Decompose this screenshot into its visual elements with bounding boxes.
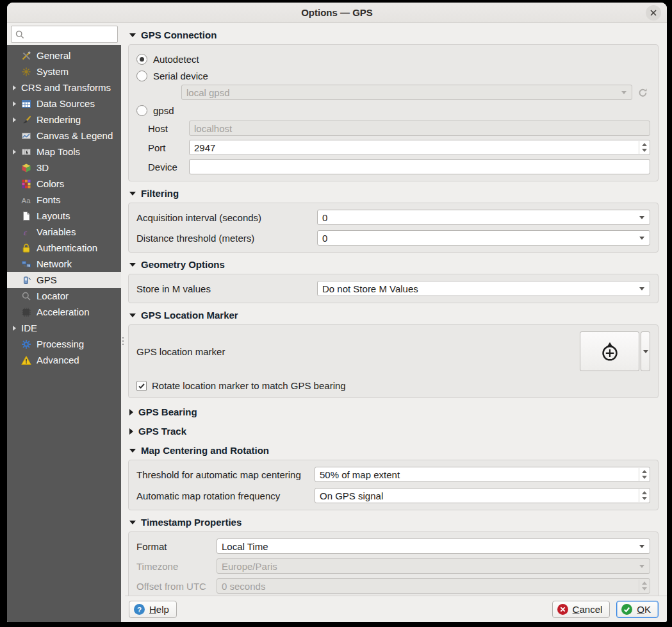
spin-down-icon bbox=[642, 149, 647, 152]
marker-symbol-dropdown-button[interactable] bbox=[641, 331, 650, 371]
acquisition-interval-combo[interactable] bbox=[317, 210, 650, 225]
sidebar-item-locator[interactable]: Locator bbox=[7, 288, 121, 304]
svg-text:ε: ε bbox=[24, 227, 28, 237]
sidebar-item-system[interactable]: System bbox=[7, 63, 121, 79]
sidebar-item-general[interactable]: General bbox=[7, 47, 121, 63]
radio-serial-device[interactable]: Serial device bbox=[136, 68, 650, 83]
sidebar-item-label: Fonts bbox=[37, 194, 61, 205]
marker-symbol-button[interactable] bbox=[580, 331, 639, 371]
timezone-label: Timezone bbox=[136, 561, 210, 572]
sidebar-item-layouts[interactable]: Layouts bbox=[7, 208, 121, 224]
radio-autodetect[interactable]: Autodetect bbox=[136, 51, 650, 67]
radio-selected-icon bbox=[136, 54, 147, 65]
device-field[interactable] bbox=[189, 159, 650, 174]
ok-button[interactable]: OK bbox=[616, 601, 659, 618]
sidebar-item-3d[interactable]: 3D bbox=[7, 160, 121, 176]
sidebar-item-rendering[interactable]: Rendering bbox=[7, 112, 121, 128]
section-header-geometry-options[interactable]: Geometry Options bbox=[129, 259, 659, 270]
host-field[interactable] bbox=[189, 121, 650, 136]
expand-triangle-icon[interactable] bbox=[7, 85, 21, 90]
store-m-values-combo[interactable] bbox=[317, 281, 650, 296]
sidebar-item-data-sources[interactable]: Data Sources bbox=[7, 96, 121, 112]
section-title-map-centering: Map Centering and Rotation bbox=[141, 445, 269, 456]
sidebar-item-map-tools[interactable]: Map Tools bbox=[7, 144, 121, 160]
section-header-gps-connection[interactable]: GPS Connection bbox=[129, 29, 659, 40]
sidebar-item-authentication[interactable]: Authentication bbox=[7, 240, 121, 256]
expand-triangle-icon[interactable] bbox=[7, 101, 21, 106]
acquisition-interval-input[interactable] bbox=[318, 210, 650, 224]
gps-marker-symbol-icon bbox=[596, 338, 623, 365]
timezone-input[interactable] bbox=[217, 559, 650, 573]
device-input[interactable] bbox=[190, 160, 650, 174]
format-label: Format bbox=[136, 541, 210, 552]
sidebar-item-acceleration[interactable]: Acceleration bbox=[7, 304, 121, 320]
sidebar-item-network[interactable]: Network bbox=[7, 256, 121, 272]
serial-device-combo[interactable] bbox=[181, 85, 632, 100]
sidebar-item-fonts[interactable]: AaFonts bbox=[7, 192, 121, 208]
store-m-values-input[interactable] bbox=[318, 281, 650, 296]
sidebar-item-gps[interactable]: GPS bbox=[7, 272, 121, 288]
spin-up-icon bbox=[642, 470, 647, 473]
refresh-button[interactable] bbox=[635, 85, 650, 100]
options-dialog: Options — GPS GeneralSystemCRS and Trans… bbox=[7, 3, 667, 622]
data-sources-icon bbox=[21, 99, 31, 109]
section-header-gps-bearing[interactable]: GPS Bearing bbox=[129, 406, 659, 417]
radio-gpsd[interactable]: gpsd bbox=[136, 103, 650, 118]
expand-triangle-icon[interactable] bbox=[7, 149, 21, 155]
offset-utc-input[interactable] bbox=[217, 579, 650, 593]
section-title-gps-connection: GPS Connection bbox=[141, 29, 217, 40]
section-header-gps-track[interactable]: GPS Track bbox=[129, 426, 659, 437]
section-header-filtering[interactable]: Filtering bbox=[129, 188, 659, 199]
centering-threshold-input[interactable] bbox=[315, 467, 650, 481]
rotate-marker-checkbox-row[interactable]: Rotate location marker to match GPS bear… bbox=[136, 380, 650, 391]
help-button[interactable]: ? Help bbox=[129, 601, 177, 618]
sidebar-item-colors[interactable]: Colors bbox=[7, 176, 121, 192]
sidebar-item-variables[interactable]: εVariables bbox=[7, 224, 121, 240]
chevron-down-icon bbox=[621, 91, 627, 94]
colors-icon bbox=[21, 179, 31, 189]
sidebar-item-canvas-legend[interactable]: Canvas & Legend bbox=[7, 128, 121, 144]
sidebar-item-label: System bbox=[37, 66, 69, 77]
format-combo[interactable] bbox=[217, 539, 650, 554]
filtering-group: Acquisition interval (seconds) Distance … bbox=[128, 203, 659, 253]
close-button[interactable] bbox=[646, 5, 661, 21]
section-header-map-centering[interactable]: Map Centering and Rotation bbox=[129, 445, 659, 456]
authentication-icon bbox=[21, 243, 31, 253]
host-input[interactable] bbox=[190, 121, 650, 135]
title-bar[interactable]: Options — GPS bbox=[7, 3, 667, 23]
distance-threshold-combo[interactable] bbox=[317, 230, 650, 246]
sidebar-item-advanced[interactable]: Advanced bbox=[7, 352, 121, 368]
serial-device-input[interactable] bbox=[182, 85, 632, 99]
section-header-gps-location-marker[interactable]: GPS Location Marker bbox=[129, 310, 659, 321]
sidebar-item-label: Variables bbox=[37, 226, 76, 237]
expand-triangle-icon bbox=[129, 409, 133, 415]
timezone-combo[interactable] bbox=[217, 558, 650, 574]
expand-triangle-icon[interactable] bbox=[7, 326, 21, 331]
window-title: Options — GPS bbox=[301, 7, 373, 18]
canvas-legend-icon bbox=[21, 131, 31, 141]
format-input[interactable] bbox=[217, 539, 650, 553]
sidebar-item-label: GPS bbox=[37, 274, 57, 285]
gps-settings-pane: GPS Connection Autodetect Serial device bbox=[125, 23, 667, 596]
panel-splitter[interactable] bbox=[121, 23, 125, 622]
expand-triangle-icon[interactable] bbox=[7, 117, 21, 122]
radio-unselected-icon bbox=[136, 105, 147, 116]
rotation-frequency-spinbox[interactable] bbox=[315, 488, 650, 503]
sidebar-item-crs-and-transforms[interactable]: CRS and Transforms bbox=[7, 79, 121, 96]
ok-icon bbox=[621, 604, 632, 615]
distance-threshold-input[interactable] bbox=[318, 231, 650, 245]
spinner-buttons[interactable] bbox=[639, 468, 650, 481]
port-input[interactable] bbox=[190, 140, 650, 155]
section-header-timestamp[interactable]: Timestamp Properties bbox=[129, 517, 659, 528]
rotation-frequency-input[interactable] bbox=[315, 489, 650, 503]
chevron-down-icon bbox=[643, 350, 648, 353]
offset-utc-spinbox[interactable] bbox=[217, 578, 650, 594]
port-spinbox[interactable] bbox=[189, 140, 650, 155]
cancel-button[interactable]: Cancel bbox=[552, 601, 611, 618]
sidebar-item-ide[interactable]: IDE bbox=[7, 320, 121, 336]
sidebar-item-processing[interactable]: Processing bbox=[7, 336, 121, 352]
sidebar-search-input[interactable] bbox=[12, 26, 117, 42]
spinner-buttons[interactable] bbox=[639, 141, 650, 154]
spinner-buttons[interactable] bbox=[639, 489, 650, 502]
centering-threshold-spinbox[interactable] bbox=[315, 467, 650, 482]
